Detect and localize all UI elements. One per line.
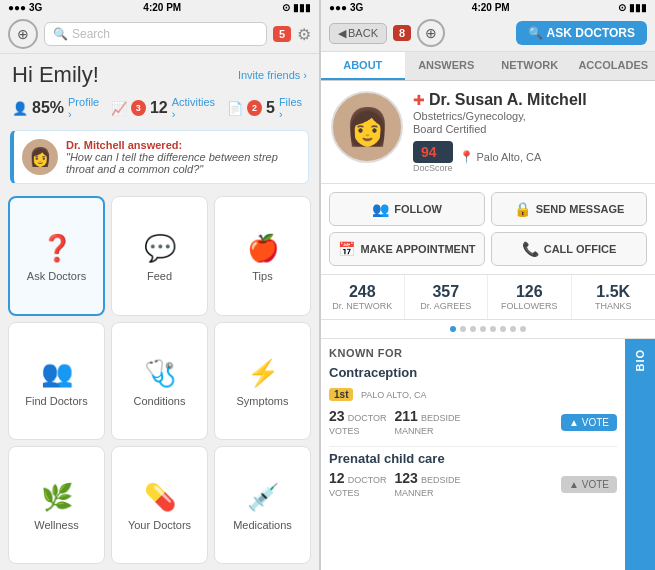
- search-bar[interactable]: 🔍 Search: [44, 22, 267, 46]
- known-for-item-2: Prenatal child care 12 DOCTORVOTES 123 B…: [329, 451, 617, 498]
- wellness-label: Wellness: [34, 519, 78, 531]
- known-for-main: KNOWN FOR Contraception 1st PALO ALTO, C…: [321, 339, 625, 570]
- back-button[interactable]: ◀ BACK: [329, 23, 387, 44]
- doctor-certified: Board Certified: [413, 123, 645, 135]
- known-for-item-1: Contraception 1st PALO ALTO, CA 23 DOCTO…: [329, 365, 617, 436]
- doc-score-box: 94 DocScore: [413, 141, 453, 173]
- network-stat: 248 Dr. NETWORK: [321, 275, 404, 319]
- grid-item-conditions[interactable]: 🩺 Conditions: [111, 322, 208, 440]
- dot-8[interactable]: [520, 326, 526, 332]
- doctor-location: 📍 Palo Alto, CA: [459, 150, 542, 164]
- files-count: 5: [266, 99, 275, 117]
- grid-item-find-doctors[interactable]: 👥 Find Doctors: [8, 322, 105, 440]
- feed-label: Feed: [147, 270, 172, 282]
- known-for-title: KNOWN FOR: [329, 347, 617, 359]
- files-icon: 📄: [227, 101, 243, 116]
- back-arrow-icon: ◀: [338, 27, 346, 40]
- tab-accolades[interactable]: ACCOLADES: [572, 52, 655, 80]
- doctor-quote-text: Dr. Mitchell answered: "How can I tell t…: [66, 139, 300, 175]
- agrees-count: 357: [409, 283, 484, 301]
- grid-item-wellness[interactable]: 🌿 Wellness: [8, 446, 105, 564]
- invite-friends-link[interactable]: Invite friends ›: [238, 69, 307, 81]
- grid-item-tips[interactable]: 🍎 Tips: [214, 196, 311, 316]
- activities-stat[interactable]: 📈 3 12 Activities ›: [111, 96, 219, 120]
- dot-4[interactable]: [480, 326, 486, 332]
- activities-icon: 📈: [111, 101, 127, 116]
- profile-percent: 85%: [32, 99, 64, 117]
- feed-icon: 💬: [144, 233, 176, 264]
- settings-icon[interactable]: ⚙: [297, 25, 311, 44]
- make-appointment-button[interactable]: 📅 MAKE APPOINTMENT: [329, 232, 485, 266]
- vote-button-2[interactable]: ▲ VOTE: [561, 476, 617, 493]
- medications-label: Medications: [233, 519, 292, 531]
- bio-sidebar[interactable]: BIO: [625, 339, 655, 570]
- activities-label[interactable]: Activities ›: [172, 96, 219, 120]
- search-ask-icon: 🔍: [528, 26, 543, 40]
- contraception-bedside-votes: 211 BEDSIDEMANNER: [395, 408, 461, 436]
- thanks-stat: 1.5K THANKS: [572, 275, 656, 319]
- tips-icon: 🍎: [247, 233, 279, 264]
- left-signal: ●●● 3G: [8, 2, 42, 13]
- left-panel: ●●● 3G 4:20 PM ⊙ ▮▮▮ ⊕ 🔍 Search 5 ⚙ Hi E…: [0, 0, 319, 570]
- conditions-icon: 🩺: [144, 358, 176, 389]
- agrees-stat: 357 Dr. AGREES: [405, 275, 489, 319]
- right-signal: ●●● 3G: [329, 2, 363, 13]
- search-placeholder: Search: [72, 27, 110, 41]
- medications-icon: 💉: [247, 482, 279, 513]
- grid-item-medications[interactable]: 💉 Medications: [214, 446, 311, 564]
- divider-1: [329, 446, 617, 447]
- contraception-title: Contraception: [329, 365, 617, 380]
- tab-about[interactable]: ABOUT: [321, 52, 405, 80]
- doctor-avatar: 👩: [331, 91, 403, 163]
- right-header: ◀ BACK 8 ⊕ 🔍 ASK DOCTORS: [321, 15, 655, 52]
- files-stat[interactable]: 📄 2 5 Files ›: [227, 96, 307, 120]
- left-status-bar: ●●● 3G 4:20 PM ⊙ ▮▮▮: [0, 0, 319, 15]
- tab-network[interactable]: NETWORK: [488, 52, 572, 80]
- followers-label: FOLLOWERS: [492, 301, 567, 311]
- doctor-stats-section: 248 Dr. NETWORK 357 Dr. AGREES 126 FOLLO…: [321, 275, 655, 320]
- find-doctors-icon: 👥: [41, 358, 73, 389]
- dot-6[interactable]: [500, 326, 506, 332]
- grid-item-feed[interactable]: 💬 Feed: [111, 196, 208, 316]
- action-buttons: 👥 FOLLOW 🔒 SEND MESSAGE 📅 MAKE APPOINTME…: [321, 184, 655, 275]
- doctor-notification-card[interactable]: 👩 Dr. Mitchell answered: "How can I tell…: [10, 130, 309, 184]
- dot-3[interactable]: [470, 326, 476, 332]
- greeting-section: Hi Emily! Invite friends ›: [0, 54, 319, 92]
- profile-label[interactable]: Profile ›: [68, 96, 103, 120]
- right-status-bar: ●●● 3G 4:20 PM ⊙ ▮▮▮: [321, 0, 655, 15]
- grid-item-your-doctors[interactable]: 💊 Your Doctors: [111, 446, 208, 564]
- dot-5[interactable]: [490, 326, 496, 332]
- dot-1[interactable]: [450, 326, 456, 332]
- ask-doctors-button[interactable]: 🔍 ASK DOCTORS: [516, 21, 647, 45]
- prenatal-doctor-votes: 12 DOCTORVOTES: [329, 470, 386, 498]
- call-office-label: CALL OFFICE: [544, 243, 617, 255]
- doc-score-value: 94: [413, 141, 453, 163]
- grid-item-ask-doctors[interactable]: ❓ Ask Doctors: [8, 196, 105, 316]
- add-icon[interactable]: ⊕: [417, 19, 445, 47]
- notification-badge[interactable]: 5: [273, 26, 291, 42]
- send-message-button[interactable]: 🔒 SEND MESSAGE: [491, 192, 647, 226]
- follow-label: FOLLOW: [394, 203, 442, 215]
- call-office-button[interactable]: 📞 CALL OFFICE: [491, 232, 647, 266]
- prenatal-title: Prenatal child care: [329, 451, 617, 466]
- ask-doctors-btn-label: ASK DOCTORS: [547, 26, 635, 40]
- network-label: Dr. NETWORK: [325, 301, 399, 311]
- ask-doctors-label: Ask Doctors: [27, 270, 86, 282]
- profile-stat[interactable]: 👤 85% Profile ›: [12, 96, 103, 120]
- right-notification-badge[interactable]: 8: [393, 25, 411, 41]
- dot-7[interactable]: [510, 326, 516, 332]
- logo-icon[interactable]: ⊕: [8, 19, 38, 49]
- grid-item-symptoms[interactable]: ⚡ Symptoms: [214, 322, 311, 440]
- symptoms-label: Symptoms: [237, 395, 289, 407]
- tab-answers[interactable]: ANSWERS: [405, 52, 489, 80]
- follow-button[interactable]: 👥 FOLLOW: [329, 192, 485, 226]
- greeting-text: Hi Emily!: [12, 62, 99, 88]
- wellness-icon: 🌿: [41, 482, 73, 513]
- files-label[interactable]: Files ›: [279, 96, 307, 120]
- dot-2[interactable]: [460, 326, 466, 332]
- stats-row: 👤 85% Profile › 📈 3 12 Activities › 📄 2 …: [0, 92, 319, 124]
- vote-button-1[interactable]: ▲ VOTE: [561, 414, 617, 431]
- right-panel: ●●● 3G 4:20 PM ⊙ ▮▮▮ ◀ BACK 8 ⊕ 🔍 ASK DO…: [321, 0, 655, 570]
- main-grid: ❓ Ask Doctors 💬 Feed 🍎 Tips 👥 Find Docto…: [0, 190, 319, 570]
- rank-location-1: PALO ALTO, CA: [361, 390, 427, 400]
